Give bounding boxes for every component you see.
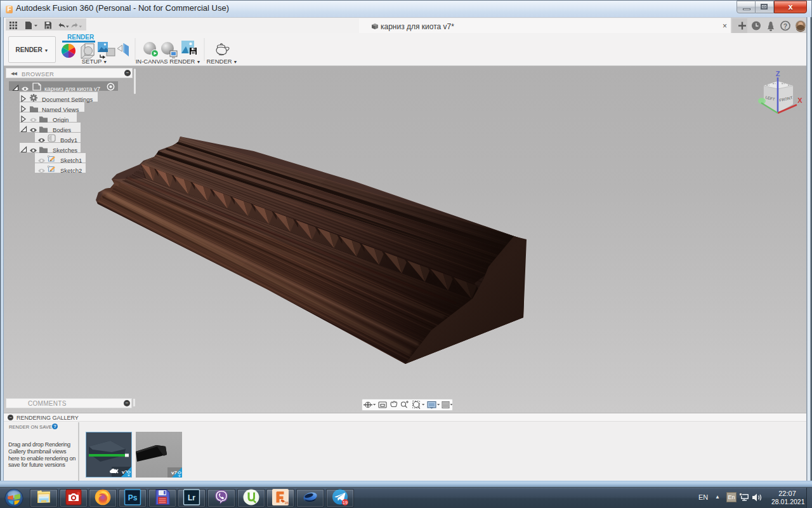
svg-text:Ps: Ps [128, 493, 138, 502]
svg-text:?: ? [783, 22, 787, 30]
svg-text:X: X [797, 97, 802, 104]
svg-text:19: 19 [343, 500, 348, 504]
svg-text:360: 360 [285, 500, 289, 504]
svg-text:Lr: Lr [188, 493, 195, 502]
svg-text:SETUP ▼: SETUP ▼ [82, 58, 108, 65]
svg-text:Z: Z [776, 71, 780, 77]
svg-text:IN-CANVAS RENDER ▼: IN-CANVAS RENDER ▼ [136, 58, 201, 65]
svg-text:RENDER ▼: RENDER ▼ [207, 58, 238, 65]
